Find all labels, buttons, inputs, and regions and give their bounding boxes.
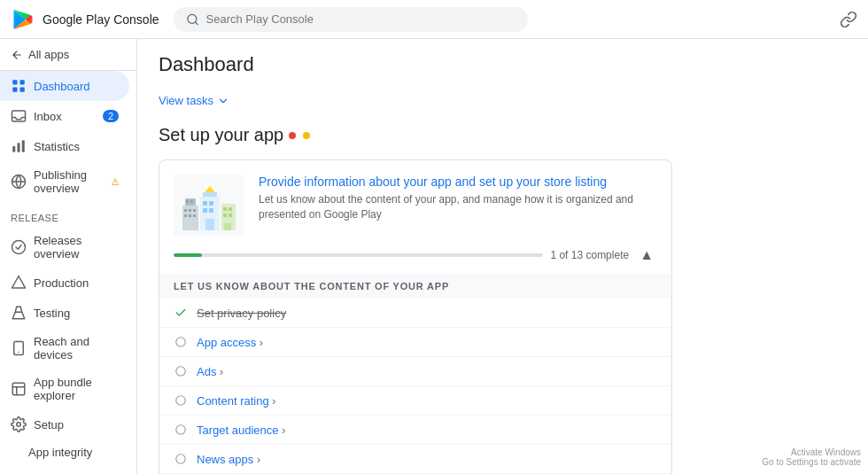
bundle-icon (11, 381, 27, 397)
svg-rect-35 (205, 219, 214, 230)
inbox-icon (11, 108, 27, 124)
content-section-label: LET US KNOW ABOUT THE CONTENT OF YOUR AP… (159, 274, 671, 299)
collapse-button[interactable]: ▲ (636, 247, 657, 263)
svg-rect-30 (203, 192, 217, 197)
svg-line-1 (195, 22, 198, 25)
circle-icon (174, 335, 188, 349)
search-box[interactable] (174, 7, 528, 32)
svg-marker-42 (205, 186, 215, 192)
svg-rect-8 (18, 143, 20, 152)
dashboard-icon (11, 78, 27, 94)
svg-rect-26 (184, 214, 187, 217)
sidebar-item-dashboard[interactable]: Dashboard (0, 71, 129, 101)
checklist-item-label[interactable]: Target audience › (197, 423, 285, 437)
play-store-icon (11, 7, 35, 32)
setup-section-title: Set up your app (159, 125, 847, 145)
chevron-down-icon (217, 95, 229, 107)
sidebar-item-inbox[interactable]: Inbox 2 (0, 101, 129, 131)
svg-point-43 (176, 338, 186, 347)
sidebar-item-bundle-explorer[interactable]: App bundle explorer (0, 369, 129, 409)
main-content: Dashboard View tasks Set up your app (137, 39, 868, 474)
sidebar-sub-item-app-integrity[interactable]: App integrity (0, 439, 136, 465)
app-illustration (174, 175, 244, 237)
svg-rect-34 (209, 208, 213, 213)
view-tasks-bar: View tasks (159, 90, 847, 111)
dot-red (289, 132, 296, 139)
page-title: Dashboard (159, 53, 847, 76)
svg-marker-14 (12, 276, 26, 289)
setup-card-header: Provide information about your app and s… (159, 160, 671, 247)
publishing-icon (11, 174, 27, 190)
sidebar-item-reach-devices[interactable]: Reach and devices (0, 328, 129, 369)
svg-rect-32 (209, 201, 213, 206)
svg-rect-7 (12, 146, 15, 152)
dot-orange (303, 132, 310, 139)
checklist-item-label[interactable]: Content rating › (197, 394, 275, 408)
sidebar-item-label: Dashboard (34, 80, 90, 93)
inbox-badge: 2 (103, 110, 119, 122)
checklist-item-label[interactable]: App access › (197, 336, 263, 349)
sidebar-item-label: App bundle explorer (34, 376, 119, 402)
setup-card-description: Let us know about the content of your ap… (259, 192, 657, 222)
progress-text: 1 of 13 complete (550, 249, 629, 261)
sidebar-item-setup[interactable]: Setup (0, 409, 129, 439)
svg-point-13 (12, 241, 26, 254)
svg-rect-2 (12, 80, 17, 84)
setup-card-info: Provide information about your app and s… (259, 175, 657, 222)
setup-card-heading: Provide information about your app and s… (259, 175, 657, 189)
svg-point-18 (17, 423, 21, 427)
checklist-item-target-audience: Target audience › (159, 416, 671, 445)
app-title: Google Play Console (43, 12, 159, 27)
svg-rect-41 (224, 223, 231, 230)
svg-rect-5 (20, 88, 25, 92)
sidebar-item-label: Reach and devices (34, 335, 119, 361)
svg-point-46 (176, 425, 186, 435)
sidebar-item-label: Production (34, 276, 89, 290)
svg-point-16 (18, 352, 19, 354)
checklist-item-label[interactable]: Ads › (197, 365, 223, 378)
checklist-item-ads: Ads › (159, 357, 671, 386)
checklist-item-content-rating: Content rating › (159, 386, 671, 416)
reach-icon (11, 340, 27, 356)
statistics-icon (11, 138, 27, 154)
sidebar-item-statistics[interactable]: Statistics (0, 131, 129, 161)
circle-icon (174, 423, 188, 437)
sidebar-item-production[interactable]: Production (0, 268, 129, 298)
svg-rect-25 (193, 209, 196, 212)
testing-icon (11, 305, 27, 321)
checklist-item-label[interactable]: News apps › (197, 453, 260, 466)
windows-watermark: Activate Windows Go to Settings to activ… (762, 447, 861, 467)
svg-point-44 (176, 367, 186, 377)
release-section-label: Release (0, 202, 136, 227)
svg-rect-37 (223, 207, 227, 211)
circle-icon (174, 364, 188, 378)
warning-icon (112, 176, 119, 187)
svg-point-47 (176, 455, 186, 464)
sidebar-item-releases-overview[interactable]: Releases overview (0, 227, 129, 268)
checklist: Set privacy policy App access › (159, 299, 671, 474)
sidebar-item-publishing-overview[interactable]: Publishing overview (0, 161, 129, 202)
sidebar-item-label: Testing (34, 307, 70, 320)
sidebar-item-label: Releases overview (34, 234, 119, 260)
back-to-all-apps[interactable]: All apps (0, 39, 136, 71)
svg-rect-28 (193, 214, 196, 217)
svg-point-45 (176, 396, 186, 406)
releases-icon (11, 239, 27, 255)
sidebar-item-label: Statistics (34, 140, 80, 153)
progress-bar-bg (174, 253, 543, 257)
app-logo[interactable]: Google Play Console (11, 7, 159, 32)
check-icon (174, 306, 188, 320)
svg-rect-23 (184, 209, 187, 212)
checklist-item-label[interactable]: Set privacy policy (197, 307, 286, 320)
view-tasks-button[interactable]: View tasks (159, 90, 847, 111)
link-icon[interactable] (840, 11, 857, 28)
svg-rect-4 (12, 88, 17, 92)
sidebar-item-label: Setup (34, 418, 64, 431)
sidebar-sub-item-internal-sharing[interactable]: Internal app sharing (0, 465, 136, 474)
search-input[interactable] (206, 12, 515, 26)
svg-rect-3 (20, 80, 25, 84)
svg-rect-9 (22, 140, 25, 152)
checklist-item-privacy: Set privacy policy (159, 299, 671, 328)
sidebar-item-testing[interactable]: Testing (0, 298, 129, 328)
production-icon (11, 275, 27, 291)
